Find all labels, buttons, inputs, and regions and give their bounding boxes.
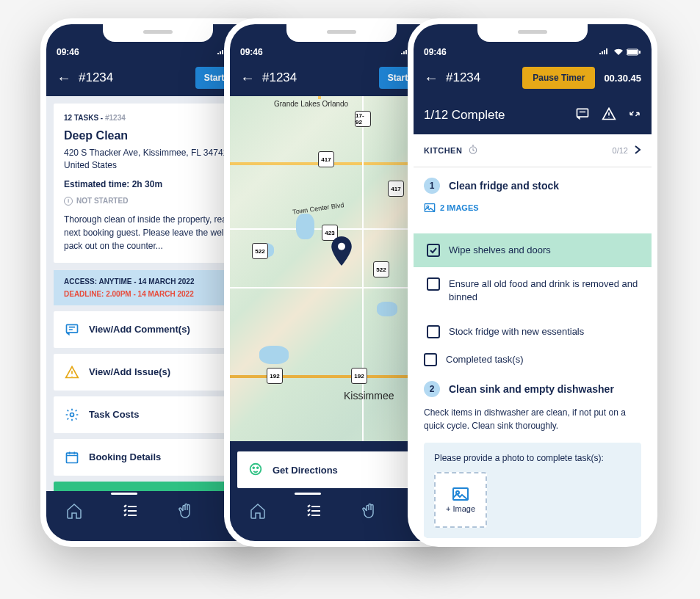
comment-icon (64, 322, 80, 338)
collapse-icon[interactable] (628, 107, 641, 123)
timer-small-icon (468, 145, 478, 156)
checklist-item[interactable]: Ensure all old food and drink is removed… (414, 267, 652, 314)
images-link[interactable]: 2 IMAGES (424, 203, 641, 213)
photo-requirement: Please provide a photo to complete task(… (424, 443, 641, 538)
phone-notch (286, 24, 397, 42)
task-title: Clean fridge and stock (449, 180, 559, 192)
route-shield: 417 (388, 181, 404, 197)
map-label: Town Center Blvd (292, 201, 344, 216)
status-time: 09:46 (57, 47, 79, 57)
nav-indicator (111, 493, 137, 495)
hand-icon[interactable] (176, 501, 195, 520)
photo-req-text: Please provide a photo to complete task(… (434, 453, 631, 463)
route-shield: 522 (252, 243, 268, 259)
list-icon[interactable] (120, 501, 140, 520)
map-label: Kissimmee (344, 390, 394, 402)
warning-icon (64, 364, 80, 380)
pause-timer-button[interactable]: Pause Timer (522, 67, 595, 89)
task-1: 1 Clean fridge and stock 2 IMAGES (414, 167, 652, 233)
back-arrow-icon[interactable]: ← (240, 70, 255, 87)
route-shield: 192 (267, 368, 283, 384)
checklist-item[interactable]: Stock fridge with new essentials (414, 315, 652, 349)
nav-row: ← #1234 Pause Timer 00.30.45 (424, 67, 641, 89)
map-pin-icon[interactable] (331, 236, 353, 269)
svg-point-10 (338, 243, 345, 250)
svg-rect-5 (67, 453, 78, 462)
comment-icon[interactable] (575, 106, 590, 124)
back-arrow-icon[interactable]: ← (57, 70, 71, 87)
route-shield: 17-92 (355, 111, 371, 127)
task-title: Clean sink and empty dishwasher (449, 383, 614, 395)
info-icon: i (64, 197, 73, 206)
job-id: #1234 (79, 70, 113, 85)
section-header[interactable]: KITCHEN 0/12 (414, 134, 652, 167)
svg-rect-3 (67, 324, 78, 333)
waze-icon (248, 462, 264, 478)
svg-rect-16 (627, 50, 638, 54)
task-2: 2 Clean sink and empty dishwasher Check … (414, 371, 652, 547)
task-number-badge: 1 (424, 178, 440, 194)
job-id: #1234 (446, 70, 480, 85)
complete-count: 1/12 Complete (424, 108, 505, 123)
checkbox-icon[interactable] (427, 325, 440, 338)
svg-rect-18 (577, 109, 588, 117)
section-count: 0/12 (613, 146, 628, 155)
route-shield: 192 (351, 368, 367, 384)
water (377, 302, 397, 316)
route-shield: 417 (318, 151, 334, 167)
svg-rect-17 (639, 51, 641, 54)
status-icons (599, 48, 641, 56)
back-arrow-icon[interactable]: ← (424, 70, 439, 87)
water (259, 346, 289, 364)
nav-indicator (295, 493, 321, 495)
calendar-icon (64, 449, 80, 465)
section-name: KITCHEN (424, 146, 462, 155)
add-image-button[interactable]: + Image (434, 472, 487, 528)
svg-point-4 (71, 413, 74, 416)
checkbox-icon[interactable] (427, 277, 440, 291)
home-icon[interactable] (248, 501, 267, 520)
status-time: 09:46 (240, 47, 263, 57)
completed-tasks-row[interactable]: Completed task(s) (414, 349, 652, 371)
phone-notch (103, 24, 213, 42)
svg-point-12 (253, 467, 254, 468)
task-description: Check items in dishwasher are clean, if … (424, 406, 641, 432)
svg-point-13 (257, 467, 259, 468)
checkbox-icon[interactable] (424, 353, 437, 366)
chevron-right-icon (634, 145, 641, 156)
water (296, 214, 314, 239)
map-label: Grande Lakes Orlando (274, 100, 348, 108)
gear-icon (64, 407, 80, 423)
phone-notch (477, 24, 588, 42)
route-shield: 522 (373, 261, 389, 277)
status-bar: 09:46 (424, 46, 641, 58)
home-icon[interactable] (65, 501, 84, 520)
svg-point-11 (250, 464, 261, 475)
job-id: #1234 (262, 70, 297, 85)
checkbox-checked-icon[interactable] (427, 244, 440, 257)
warning-icon[interactable] (602, 106, 616, 124)
status-time: 09:46 (424, 47, 447, 57)
checklist-item[interactable]: Wipe shelves and doors (414, 233, 652, 267)
hand-icon[interactable] (360, 501, 379, 520)
phone-task-list: 09:46 ← #1234 Pause Timer 00.30.45 1/12 … (408, 18, 657, 547)
task-number-badge: 2 (424, 381, 440, 397)
road (318, 96, 321, 99)
list-icon[interactable] (304, 501, 323, 520)
progress-header: 1/12 Complete (414, 96, 652, 134)
timer-display: 00.30.45 (604, 73, 641, 84)
